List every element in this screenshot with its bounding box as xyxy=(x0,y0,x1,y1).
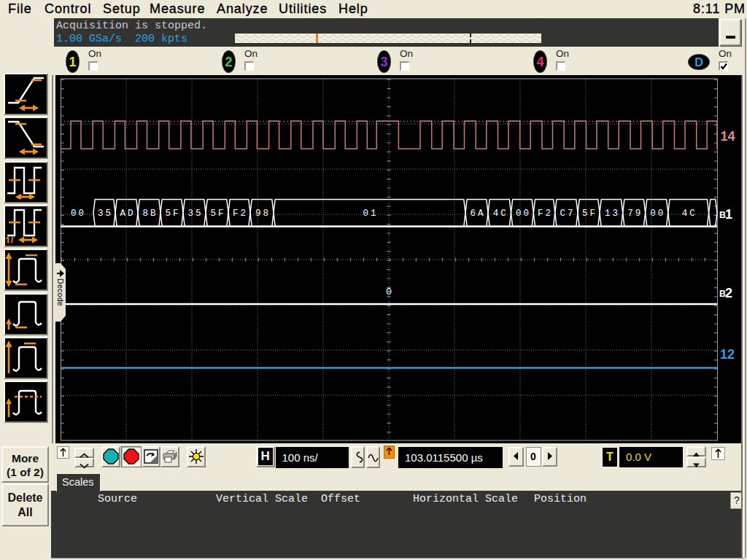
svg-text:AD: AD xyxy=(120,209,135,219)
svg-text:0: 0 xyxy=(386,287,392,298)
svg-text:C7: C7 xyxy=(560,209,575,219)
svg-text:00: 00 xyxy=(650,209,665,219)
svg-text:5F: 5F xyxy=(210,209,225,219)
svg-text:12: 12 xyxy=(720,347,735,362)
svg-text:8B: 8B xyxy=(142,209,158,219)
svg-text:2: 2 xyxy=(725,286,732,300)
svg-text:35: 35 xyxy=(98,209,113,219)
svg-text:5F: 5F xyxy=(165,209,180,219)
svg-text:4C: 4C xyxy=(493,209,508,219)
svg-text:98: 98 xyxy=(255,209,271,219)
svg-text:4C: 4C xyxy=(682,209,697,219)
svg-text:00: 00 xyxy=(71,209,86,219)
svg-text:00: 00 xyxy=(516,209,531,219)
svg-text:13: 13 xyxy=(605,209,620,219)
svg-text:F2: F2 xyxy=(538,209,553,219)
svg-text:35: 35 xyxy=(187,209,203,219)
svg-text:79: 79 xyxy=(627,209,643,219)
svg-text:01: 01 xyxy=(363,209,378,219)
svg-text:1/: 1/ xyxy=(5,235,14,243)
svg-text:6A: 6A xyxy=(470,209,485,219)
svg-text:F2: F2 xyxy=(233,209,248,219)
svg-text:1: 1 xyxy=(725,207,732,222)
svg-text:14: 14 xyxy=(721,129,735,144)
svg-text:5F: 5F xyxy=(582,209,597,219)
